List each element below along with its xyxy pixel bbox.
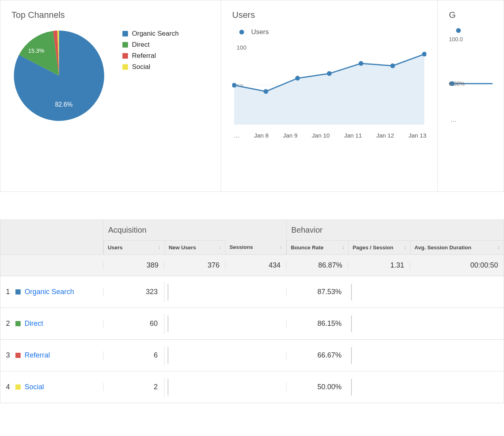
line-point[interactable] xyxy=(295,76,300,80)
x-tick: Jan 11 xyxy=(344,132,362,139)
swatch-icon xyxy=(122,64,128,70)
cell-new-users-bar xyxy=(164,377,286,397)
cell-bounce: 66.67% xyxy=(286,351,348,360)
card-title: Users xyxy=(232,10,426,20)
x-tick: Jan 10 xyxy=(312,132,330,139)
x-tick: … xyxy=(451,116,456,123)
dot-icon xyxy=(239,30,244,34)
x-tick: Jan 9 xyxy=(283,132,298,139)
channel-link[interactable]: Social xyxy=(25,383,44,391)
col-header-users[interactable]: Users↓ xyxy=(103,240,164,254)
y-tick: 100.0 xyxy=(449,36,493,42)
row-label[interactable]: 3 Referral xyxy=(0,351,103,360)
total-asd: 00:00:50 xyxy=(410,261,504,270)
sort-desc-icon: ↓ xyxy=(158,245,160,250)
group-title: Behavior xyxy=(286,220,504,240)
x-axis: … xyxy=(449,116,493,123)
pie-label-organic: 82.6% xyxy=(55,101,73,108)
group-behavior: Behavior Bounce Rate↓ Pages / Session↓ A… xyxy=(286,220,504,254)
cell-pps-bar xyxy=(348,377,504,397)
cell-new-users-bar xyxy=(164,314,286,334)
row-label[interactable]: 4 Social xyxy=(0,383,103,391)
swatch-icon xyxy=(122,31,128,36)
pie-label-direct: 15.3% xyxy=(28,48,44,54)
legend-item-direct[interactable]: Direct xyxy=(122,41,179,49)
legend-label: Social xyxy=(132,63,150,71)
legend-item-referral[interactable]: Referral xyxy=(122,52,179,60)
card-goal: G 100.0 0.00% … xyxy=(438,0,504,191)
x-tick: Jan 12 xyxy=(376,132,394,139)
sort-icon: ↓ xyxy=(280,244,282,250)
row-label[interactable]: 1 Organic Search xyxy=(0,288,103,296)
col-header-sessions[interactable]: Sessions↓ xyxy=(225,240,286,254)
table-row: 3 Referral 6 66.67% xyxy=(0,340,504,371)
sort-icon: ↓ xyxy=(342,245,344,250)
row-index: 3 xyxy=(6,351,11,360)
cell-bounce: 86.15% xyxy=(286,319,348,328)
y-tick-100: 100 xyxy=(237,44,246,51)
swatch-icon xyxy=(15,289,21,294)
total-sessions: 434 xyxy=(225,261,286,270)
cell-bounce: 87.53% xyxy=(286,288,348,296)
cell-users: 323 xyxy=(103,288,164,296)
table-row: 2 Direct 60 86.15% xyxy=(0,308,504,340)
line-point[interactable] xyxy=(327,71,332,76)
swatch-icon xyxy=(15,321,21,326)
pie-chart: 82.6% 15.3% xyxy=(11,28,107,123)
x-tick: … xyxy=(234,132,240,139)
cell-pps-bar xyxy=(348,346,504,365)
group-title: Acquisition xyxy=(103,220,286,240)
total-new-users: 376 xyxy=(164,261,225,270)
row-index: 4 xyxy=(6,383,11,391)
x-tick: Jan 13 xyxy=(409,132,426,139)
sort-icon: ↓ xyxy=(404,245,406,250)
total-users: 389 xyxy=(103,261,164,270)
line-point[interactable] xyxy=(359,61,363,66)
x-tick: Jan 8 xyxy=(254,132,269,139)
channels-table: Acquisition Users↓ New Users↓ Sessions↓ … xyxy=(0,220,504,403)
cell-users: 60 xyxy=(103,319,164,328)
cell-new-users-bar xyxy=(164,282,286,302)
cell-pps-bar xyxy=(348,314,504,334)
line-legend[interactable]: Users xyxy=(239,28,426,36)
cell-new-users-bar xyxy=(164,346,286,365)
col-header-asd[interactable]: Avg. Session Duration↓ xyxy=(410,240,504,254)
cell-users: 2 xyxy=(103,383,164,391)
col-header-bounce[interactable]: Bounce Rate↓ xyxy=(286,240,348,254)
x-axis: … Jan 8 Jan 9 Jan 10 Jan 11 Jan 12 Jan 1… xyxy=(232,132,426,139)
card-users: Users Users 100 50 … Jan 8 Jan 9 Jan 10 … xyxy=(221,0,438,191)
table-row: 1 Organic Search 323 87.53% xyxy=(0,276,504,308)
line-point[interactable] xyxy=(390,63,395,68)
card-top-channels: Top Channels 82.6% 15.3% Organic Sear xyxy=(0,0,221,191)
sort-icon: ↓ xyxy=(497,245,500,250)
table-row: 4 Social 2 50.00% xyxy=(0,371,504,403)
legend-item-organic[interactable]: Organic Search xyxy=(122,30,179,38)
row-index: 2 xyxy=(6,319,11,328)
legend-label: Direct xyxy=(132,41,149,49)
card-title: Top Channels xyxy=(11,10,210,20)
group-acquisition: Acquisition Users↓ New Users↓ Sessions↓ xyxy=(103,220,286,254)
line-point[interactable] xyxy=(263,89,268,94)
card-title: G xyxy=(449,10,493,20)
legend-item-social[interactable]: Social xyxy=(122,63,179,71)
legend-label: Organic Search xyxy=(132,30,179,38)
col-header-pps[interactable]: Pages / Session↓ xyxy=(348,240,410,254)
line-legend[interactable] xyxy=(456,28,493,33)
cell-bounce: 50.00% xyxy=(286,383,348,391)
swatch-icon xyxy=(122,42,128,48)
channel-link[interactable]: Direct xyxy=(25,319,43,328)
pie-legend: Organic Search Direct Referral Social xyxy=(122,30,179,71)
sort-icon: ↓ xyxy=(219,245,221,250)
row-label[interactable]: 2 Direct xyxy=(0,319,103,328)
channel-link[interactable]: Referral xyxy=(25,351,50,360)
channel-link[interactable]: Organic Search xyxy=(25,288,74,296)
swatch-icon xyxy=(15,353,21,358)
total-bounce: 86.87% xyxy=(286,261,348,270)
cell-users: 6 xyxy=(103,351,164,360)
swatch-icon xyxy=(15,384,21,390)
totals-row: 389 376 434 86.87% 1.31 00:00:50 xyxy=(0,255,504,276)
line-chart: 100 50 … Jan 8 Jan 9 Jan 10 Jan 11 Jan 1… xyxy=(232,41,426,139)
overview-cards: Top Channels 82.6% 15.3% Organic Sear xyxy=(0,0,504,192)
swatch-icon xyxy=(122,53,128,59)
col-header-new-users[interactable]: New Users↓ xyxy=(164,240,225,254)
